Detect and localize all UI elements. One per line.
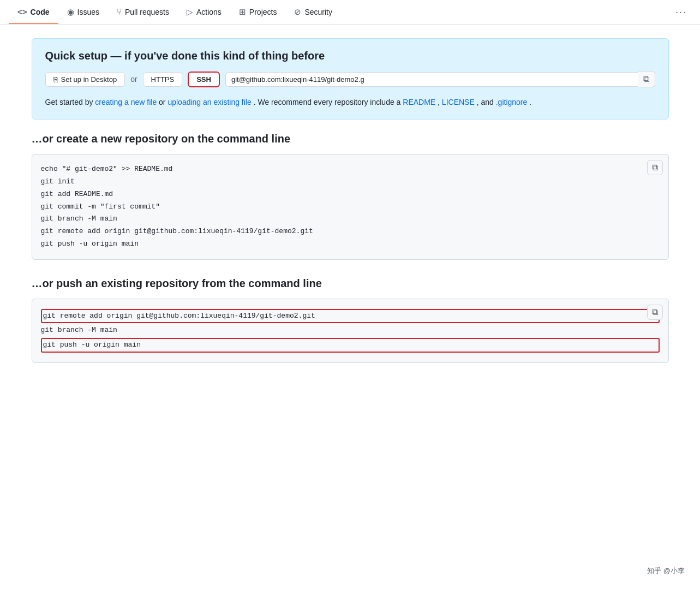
create-section: …or create a new repository on the comma… — [32, 133, 669, 259]
create-copy-btn[interactable]: ⧉ — [647, 160, 663, 175]
quick-setup-box: Quick setup — if you've done this kind o… — [32, 38, 669, 120]
push-copy-btn[interactable]: ⧉ — [647, 305, 663, 320]
push-code-line-1: git remote add origin git@github.com:lix… — [41, 309, 660, 324]
main-content: Quick setup — if you've done this kind o… — [23, 25, 678, 394]
desc-mid2: . We recommend every repository include … — [254, 98, 403, 106]
security-icon: ⊘ — [294, 7, 301, 17]
nav-bar: <> Code ◉ Issues ⑂ Pull requests ▷ Actio… — [0, 0, 700, 25]
url-input[interactable] — [225, 72, 638, 87]
link-upload-file[interactable]: uploading an existing file — [167, 98, 251, 106]
nav-item-security[interactable]: ⊘ Security — [285, 1, 341, 25]
code-line-6: git remote add origin git@github.com:lix… — [41, 225, 660, 238]
nav-item-actions[interactable]: ▷ Actions — [178, 1, 230, 25]
create-code-block: ⧉ echo "# git-demo2" >> README.md git in… — [32, 154, 669, 259]
nav-label-pull-requests: Pull requests — [125, 8, 169, 16]
push-code-block: ⧉ git remote add origin git@github.com:l… — [32, 299, 669, 363]
nav-item-issues[interactable]: ◉ Issues — [58, 1, 108, 25]
issues-icon: ◉ — [67, 7, 74, 17]
quick-setup-title: Quick setup — if you've done this kind o… — [45, 50, 655, 62]
desktop-btn-label: Set up in Desktop — [61, 75, 117, 84]
create-section-title: …or create a new repository on the comma… — [32, 133, 669, 145]
url-copy-btn[interactable]: ⧉ — [638, 71, 655, 87]
nav-item-projects[interactable]: ⊞ Projects — [230, 1, 286, 25]
desc-comma: , — [438, 98, 442, 106]
code-icon: <> — [17, 7, 27, 16]
nav-item-code[interactable]: <> Code — [9, 1, 58, 24]
link-gitignore[interactable]: .gitignore — [496, 98, 528, 106]
push-code-line-3: git push -u origin main — [41, 338, 660, 353]
desktop-btn[interactable]: ⎘ Set up in Desktop — [45, 72, 125, 87]
link-new-file[interactable]: creating a new file — [95, 98, 157, 106]
pull-requests-icon: ⑂ — [117, 7, 122, 16]
push-section: …or push an existing repository from the… — [32, 277, 669, 363]
desc-mid1: or — [159, 98, 167, 106]
nav-label-code: Code — [31, 8, 50, 16]
code-line-2: git init — [41, 176, 660, 188]
https-btn[interactable]: HTTPS — [143, 72, 183, 87]
link-readme[interactable]: README — [403, 98, 435, 106]
url-field: ⧉ — [225, 71, 655, 87]
code-line-4: git commit -m "first commit" — [41, 201, 660, 213]
desc-end: . — [529, 98, 531, 106]
nav-label-actions: Actions — [196, 8, 222, 16]
code-line-3: git add README.md — [41, 188, 660, 201]
quick-setup-desc: Get started by creating a new file or up… — [45, 96, 655, 108]
code-line-1: echo "# git-demo2" >> README.md — [41, 163, 660, 176]
desktop-icon: ⎘ — [53, 75, 58, 84]
nav-more-button[interactable]: ··· — [671, 0, 691, 25]
nav-label-security: Security — [304, 8, 332, 16]
or-text: or — [130, 75, 137, 84]
desc-and: , and — [477, 98, 496, 106]
push-section-title: …or push an existing repository from the… — [32, 277, 669, 290]
projects-icon: ⊞ — [239, 7, 246, 17]
actions-icon: ▷ — [187, 7, 193, 17]
nav-label-issues: Issues — [77, 8, 99, 16]
ssh-btn[interactable]: SSH — [188, 72, 220, 87]
protocol-row: ⎘ Set up in Desktop or HTTPS SSH ⧉ — [45, 71, 655, 87]
code-line-5: git branch -M main — [41, 213, 660, 225]
push-code-line-2: git branch -M main — [41, 324, 660, 337]
nav-label-projects: Projects — [249, 8, 277, 16]
nav-item-pull-requests[interactable]: ⑂ Pull requests — [108, 1, 178, 24]
link-license[interactable]: LICENSE — [442, 98, 475, 106]
code-line-7: git push -u origin main — [41, 238, 660, 251]
desc-before: Get started by — [45, 98, 95, 106]
